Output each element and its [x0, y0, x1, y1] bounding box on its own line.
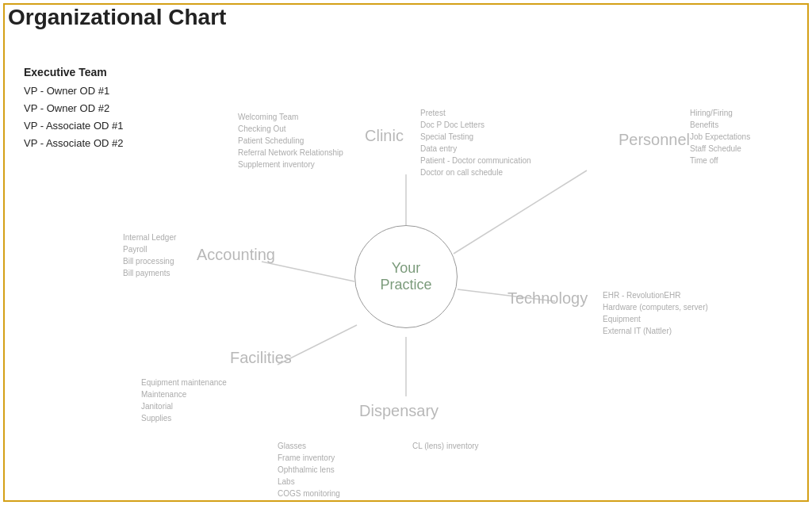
svg-line-5 — [262, 262, 354, 281]
dept-clinic: Clinic — [365, 127, 404, 145]
org-chart-area: Your Practice Clinic Pretest Doc P Doc L… — [0, 48, 812, 505]
dept-facilities: Facilities — [230, 349, 292, 367]
dept-accounting: Accounting — [197, 246, 275, 264]
accounting-details: Internal Ledger Payroll Bill processing … — [123, 231, 176, 279]
dept-technology: Technology — [508, 289, 588, 308]
svg-line-1 — [454, 170, 587, 254]
personnel-details: Hiring/Firing Benefits Job Expectations … — [690, 107, 750, 166]
dept-dispensary: Dispensary — [359, 402, 439, 420]
technology-details: EHR - RevolutionEHR Hardware (computers,… — [603, 289, 708, 337]
facilities-details: Equipment maintenance Maintenance Janito… — [141, 377, 227, 424]
dept-personnel: Personnel — [619, 131, 690, 149]
clinic-details: Pretest Doc P Doc Letters Special Testin… — [420, 107, 531, 178]
center-line2: Practice — [380, 277, 431, 293]
clinic-small-details: Welcoming Team Checking Out Patient Sche… — [238, 111, 343, 170]
center-line1: Your — [380, 260, 431, 277]
center-circle: Your Practice — [354, 225, 458, 328]
dispensary-details-right: CL (lens) inventory — [412, 440, 479, 452]
page-title: Organizational Chart — [8, 5, 226, 30]
dispensary-details-left: Glasses Frame inventory Ophthalmic lens … — [278, 440, 340, 499]
